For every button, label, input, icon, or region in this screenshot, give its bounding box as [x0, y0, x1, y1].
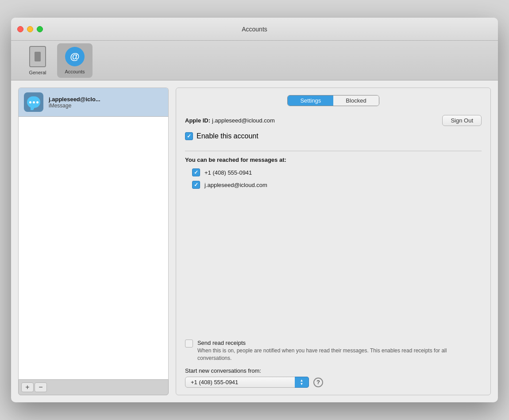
sign-out-button[interactable]: Sign Out	[442, 115, 482, 126]
reach-phone-checkbox[interactable]	[192, 168, 200, 176]
imessage-dots	[29, 101, 39, 103]
maximize-button[interactable]	[37, 26, 43, 32]
account-item-imessage[interactable]: j.appleseed@iclo... iMessage	[19, 88, 168, 117]
reach-item-phone: +1 (408) 555-0941	[185, 168, 482, 176]
toolbar-item-general[interactable]: General	[20, 43, 55, 78]
minimize-button[interactable]	[27, 26, 33, 32]
traffic-lights	[17, 26, 43, 32]
remove-account-button[interactable]: −	[35, 382, 47, 392]
toolbar: General @ Accounts	[11, 41, 498, 80]
account-type: iMessage	[49, 103, 100, 109]
reach-email-label: j.appleseed@icloud.com	[204, 182, 267, 188]
segmented-control: Settings Blocked	[287, 95, 379, 106]
dot-3	[36, 101, 39, 103]
enable-account-checkbox[interactable]	[185, 132, 193, 140]
read-receipts-row: Send read receipts When this is on, peop…	[185, 340, 482, 362]
start-from-label: Start new conversations from:	[185, 367, 482, 374]
toolbar-label-general: General	[29, 70, 46, 75]
window-title: Accounts	[242, 26, 267, 33]
enable-account-row: Enable this account	[185, 132, 482, 140]
read-receipts-checkbox[interactable]	[185, 340, 193, 347]
read-receipts-label: Send read receipts	[197, 340, 482, 346]
start-from-row: +1 (408) 555-0941 j.appleseed@icloud.com…	[185, 377, 482, 388]
divider-1	[185, 151, 482, 151]
enable-account-label: Enable this account	[197, 132, 258, 140]
right-panel: Settings Blocked Apple ID: j.appleseed@i…	[169, 88, 491, 395]
reach-section-title: You can be reached for messages at:	[185, 157, 482, 163]
help-button[interactable]: ?	[313, 378, 323, 387]
reach-email-checkbox[interactable]	[192, 181, 200, 189]
tab-settings[interactable]: Settings	[288, 95, 333, 106]
spacer	[185, 193, 482, 332]
left-panel: j.appleseed@iclo... iMessage + −	[18, 88, 169, 395]
account-name: j.appleseed@iclo...	[49, 96, 100, 103]
accounts-list: j.appleseed@iclo... iMessage	[18, 88, 169, 379]
reach-item-email: j.appleseed@icloud.com	[185, 181, 482, 189]
right-content: Settings Blocked Apple ID: j.appleseed@i…	[176, 88, 491, 395]
apple-id-value: j.appleseed@icloud.com	[212, 117, 275, 124]
apple-id-row: Apple ID: j.appleseed@icloud.com Sign Ou…	[185, 115, 482, 126]
account-info: j.appleseed@iclo... iMessage	[49, 96, 100, 109]
dot-2	[33, 101, 35, 103]
main-content: j.appleseed@iclo... iMessage + − Setting…	[11, 80, 498, 402]
general-icon	[29, 46, 46, 67]
start-from-dropdown[interactable]: +1 (408) 555-0941 j.appleseed@icloud.com	[185, 377, 309, 388]
imessage-bubble-icon	[27, 96, 40, 108]
add-account-button[interactable]: +	[21, 382, 34, 392]
toolbar-item-accounts[interactable]: @ Accounts	[57, 43, 93, 78]
reach-phone-label: +1 (408) 555-0941	[204, 169, 252, 176]
tab-blocked[interactable]: Blocked	[333, 95, 378, 106]
read-receipts-text-block: Send read receipts When this is on, peop…	[197, 340, 482, 362]
apple-id-label: Apple ID:	[185, 117, 210, 124]
bottom-section: Send read receipts When this is on, peop…	[185, 332, 482, 388]
accounts-toolbar: + −	[18, 379, 169, 395]
window: Accounts General @ Accounts	[11, 18, 498, 402]
read-receipts-desc: When this is on, people are notified whe…	[197, 347, 482, 362]
close-button[interactable]	[17, 26, 23, 32]
toolbar-label-accounts: Accounts	[65, 69, 85, 74]
avatar	[24, 92, 43, 112]
dot-1	[29, 101, 31, 103]
accounts-icon: @	[65, 47, 85, 66]
start-from-dropdown-container: +1 (408) 555-0941 j.appleseed@icloud.com	[185, 377, 309, 388]
title-bar: Accounts	[11, 18, 498, 41]
reach-section: You can be reached for messages at: +1 (…	[185, 157, 482, 193]
